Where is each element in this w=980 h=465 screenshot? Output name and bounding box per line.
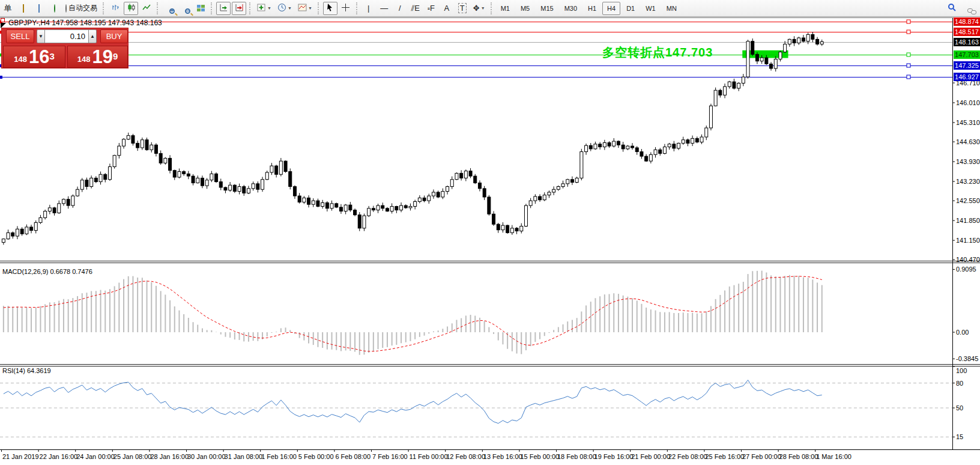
sell-price-pips: 16 [29,48,49,66]
price-chart-canvas[interactable] [0,0,980,465]
auto-scroll-icon[interactable] [216,2,231,15]
candle-body [210,174,213,180]
dropdown-arrow-icon[interactable]: ▼ [308,6,312,10]
candlestick-chart-icon[interactable] [124,2,138,15]
candle-body [400,205,403,210]
candle-body [682,140,685,144]
candle-body [437,192,440,197]
pivot-annotation-text[interactable]: 多空转折点147.703 [602,44,713,61]
text-label-icon[interactable]: T [455,2,470,15]
time-axis-label: 30 Jan 00:00 [187,453,226,460]
candle-body [428,196,431,201]
signals-icon[interactable] [47,2,62,15]
candle-body [368,208,371,216]
toolbar-grip [318,2,321,14]
candle-body [455,173,458,179]
candle-body [663,147,666,154]
zoom-in-icon[interactable]: + [162,2,177,15]
arrows-tool-icon[interactable]: ✥▼ [471,2,488,15]
candle-body [390,207,393,211]
volume-input[interactable] [45,29,88,43]
one-click-collapse-icon[interactable] [1,18,6,28]
candle-body [488,197,491,214]
chart-window[interactable]: 单自动交易+−▼▼▼|—/⫽E⹀FAT✥▼M1M5M15M30H1H4D1W1M… [0,0,980,465]
timeframe-button-d1[interactable]: D1 [622,2,640,15]
buy-price-display[interactable]: 148 19 9 [67,46,128,68]
timeframe-button-m5[interactable]: M5 [516,2,534,15]
candle-body [289,172,292,187]
dropdown-arrow-icon[interactable]: ▼ [288,6,292,10]
candle-body [580,152,583,178]
candle-body [205,180,208,186]
fibonacci-icon[interactable]: ⹀F [424,2,438,15]
timeframe-button-h1[interactable]: H1 [583,2,601,15]
candle-body [432,192,435,196]
chart-background[interactable] [0,17,980,465]
chat-icon[interactable] [960,2,975,15]
time-axis-label: 19 Feb 16:00 [594,453,634,460]
candle-body [409,207,412,208]
volume-increase-button[interactable]: ▲ [88,29,97,43]
timeframe-button-h4[interactable]: H4 [602,2,620,15]
candle-body [265,172,268,180]
cursor-icon[interactable] [323,2,337,15]
candle-body [358,215,361,228]
periods-icon[interactable]: ▼ [275,2,294,15]
candle-body [640,152,643,157]
alert-icon[interactable] [16,2,31,15]
candle-body [141,140,144,148]
candle-body [414,202,417,207]
candle-body [377,205,380,210]
bar-chart-icon[interactable] [108,2,122,15]
time-axis-label: 11 Feb 00:00 [410,453,448,460]
timeframe-button-m1[interactable]: M1 [496,2,515,15]
price-line-badge: 148.163 [954,38,980,46]
sell-button[interactable]: SELL [6,29,34,43]
line-handle[interactable] [907,53,910,56]
timeframe-button-m15[interactable]: M15 [536,2,558,15]
candle-body [594,144,597,149]
candle-body [714,90,717,106]
candle-body [608,142,611,146]
rsi-axis-label: 100 [956,367,967,374]
toolbar-grip [211,2,214,14]
timeframe-button-mn[interactable]: MN [662,2,682,15]
chart-shift-icon[interactable] [232,2,246,15]
templates-icon[interactable]: ▼ [295,2,315,15]
zoom-out-icon[interactable]: − [178,2,192,15]
indicators-icon[interactable]: ▼ [255,2,274,15]
candle-body [441,192,444,197]
autotrading-button[interactable]: 自动交易 [63,2,100,15]
open-chart-window-icon[interactable] [32,2,46,15]
dropdown-arrow-icon[interactable]: ▼ [481,6,485,10]
horizontal-line-icon[interactable]: — [377,2,392,15]
vertical-line-icon[interactable]: | [361,2,376,15]
dropdown-arrow-icon[interactable]: ▼ [267,6,271,10]
candle-body [293,187,296,196]
timeframe-button-w1[interactable]: W1 [641,2,661,15]
volume-decrease-button[interactable]: ▼ [37,29,45,43]
toolbar-grip [103,2,106,14]
line-handle[interactable] [907,30,910,34]
new-order-button[interactable]: 单 [1,2,15,15]
candle-body [243,187,246,193]
crosshair-icon[interactable] [339,2,353,15]
line-handle[interactable] [907,20,910,23]
line-chart-icon[interactable] [139,2,154,15]
search-icon[interactable] [945,2,959,15]
candle-body [118,146,121,156]
candle-body [53,208,56,213]
price-axis-label: 140.470 [956,256,980,263]
time-axis-label: 5 Feb 00:00 [298,453,334,460]
timeframe-button-m30[interactable]: M30 [560,2,582,15]
text-tool-icon[interactable]: A [440,2,454,15]
buy-button[interactable]: BUY [100,29,128,43]
sell-price-display[interactable]: 148 16 3 [3,46,65,68]
line-handle[interactable] [907,64,910,67]
trendline-icon[interactable]: / [393,2,407,15]
equidistant-channel-icon[interactable]: ⫽E [408,2,423,15]
candle-body [363,216,366,228]
line-handle[interactable] [907,75,910,79]
candle-body [673,144,676,148]
tile-windows-icon[interactable] [193,2,208,15]
